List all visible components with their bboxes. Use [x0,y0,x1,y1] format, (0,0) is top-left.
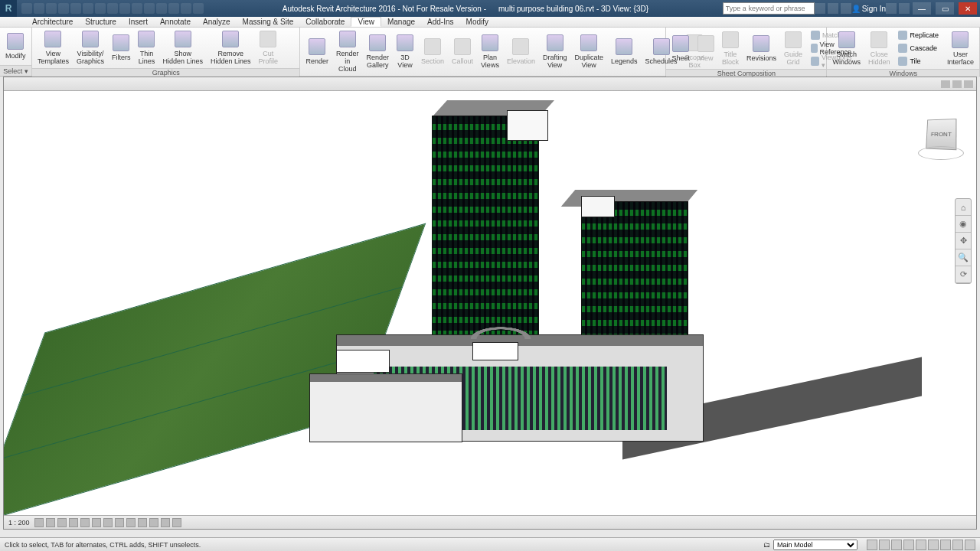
render-in-cloudbutton[interactable]: Renderin Cloud [334,29,361,74]
cascade-button[interactable]: Cascade [895,42,942,54]
tag-icon[interactable] [107,3,118,14]
maximize-button[interactable]: ▭ [936,2,954,15]
tab-add-ins[interactable]: Add-Ins [421,18,459,26]
detail-level-icon[interactable] [34,518,44,527]
lock-3d-icon[interactable] [115,518,124,527]
full-nav-wheel-icon[interactable]: ◉ [956,216,971,233]
render-button[interactable]: Render [303,37,331,67]
tab-modify[interactable]: Modify [460,18,495,26]
remove-hidden-linesbutton[interactable]: RemoveHidden Lines [208,29,253,67]
revisions-button[interactable]: Revisions [744,34,779,64]
analytical-icon[interactable] [161,518,170,527]
infocenter-icons [815,3,851,14]
sync-icon[interactable] [181,3,191,14]
default-3d-icon[interactable] [132,3,142,14]
duplicate-viewbutton[interactable]: DuplicateView [572,33,606,70]
view-close-icon[interactable] [964,80,973,88]
panel-label-select[interactable]: Select ▾ [0,65,31,76]
exclude-options-icon[interactable] [891,540,902,550]
customize-qat-icon[interactable] [193,3,204,14]
select-links-icon[interactable] [903,540,914,550]
constraints-icon[interactable] [172,518,181,527]
filters-button[interactable]: Filters [109,33,133,63]
tab-architecture[interactable]: Architecture [26,18,79,26]
reveal-hidden-icon[interactable] [138,518,147,527]
favorite-icon[interactable] [841,3,851,14]
section-icon[interactable] [144,3,155,14]
orbit-icon[interactable]: ⟳ [956,266,971,283]
thin-lines-icon[interactable] [156,3,167,14]
workset-dropdown[interactable]: Main Model [773,540,858,550]
tab-annotate[interactable]: Annotate [154,18,197,26]
zoom-icon[interactable]: 🔍 [956,249,971,266]
crop-view-icon[interactable] [92,518,101,527]
sheet-button[interactable]: Sheet [669,34,692,64]
replicate-button[interactable]: Replicate [895,29,942,41]
app-menu-icon[interactable]: R [0,0,17,17]
search-go-icon[interactable] [815,3,825,14]
signin-button[interactable]: 👤 Sign In [851,5,886,13]
select-underlay-icon[interactable] [916,540,926,550]
help-icon[interactable] [899,3,910,14]
tab-structure[interactable]: Structure [79,18,122,26]
save-icon[interactable] [34,3,44,14]
editable-only-icon[interactable] [867,540,877,550]
select-pinned-icon[interactable] [928,540,939,550]
temporary-hide-icon[interactable] [126,518,136,527]
drag-elements-icon[interactable] [952,540,963,550]
undo-icon[interactable] [46,3,57,14]
open-icon[interactable] [21,3,32,14]
filter-icon[interactable] [965,540,975,550]
minimize-button[interactable]: — [913,2,931,15]
plan-viewsbutton[interactable]: PlanViews [479,33,501,70]
worksharing-icon[interactable] [149,518,158,527]
print-icon[interactable] [70,3,81,14]
tab-massing-site[interactable]: Massing & Site [237,18,300,26]
tab-manage[interactable]: Manage [381,18,421,26]
render-gallerybutton[interactable]: RenderGallery [364,33,391,70]
rendering-dialog-icon[interactable] [80,518,90,527]
workset-icon: 🗂 [763,541,770,549]
sub-icon[interactable] [828,3,838,14]
dimension-icon[interactable] [95,3,106,14]
tab-analyze[interactable]: Analyze [197,18,237,26]
measure-icon[interactable] [83,3,93,14]
tab-insert[interactable]: Insert [122,18,154,26]
user-interfacebutton[interactable]: UserInterface [945,30,976,67]
redo-icon[interactable] [58,3,69,14]
-d-viewbutton[interactable]: 3DView [394,33,416,70]
text-icon[interactable] [119,3,130,14]
shadows-icon[interactable] [69,518,78,527]
visibility-graphicsbutton[interactable]: Visibility/Graphics [74,29,106,67]
legends-button[interactable]: Legends [609,37,640,67]
tab-collaborate[interactable]: Collaborate [299,18,351,26]
sun-path-icon[interactable] [57,518,67,527]
exchange-icon[interactable] [886,3,897,14]
show-hidden-linesbutton[interactable]: ShowHidden Lines [160,29,205,67]
thin-linesbutton[interactable]: ThinLines [136,29,157,67]
guide-gridbutton: GuideGrid [782,30,805,67]
home-icon[interactable]: ⌂ [956,199,971,216]
modify-button[interactable]: Modify [3,31,28,61]
visual-style-icon[interactable] [46,518,55,527]
view-min-icon[interactable] [941,80,950,88]
view-max-icon[interactable] [952,80,962,88]
pan-icon[interactable]: ✥ [956,233,971,249]
switch-windowsbutton[interactable]: SwitchWindows [830,30,863,67]
3d-viewport[interactable]: FRONT ⌂ ◉ ✥ 🔍 ⟳ [4,91,976,515]
close-button[interactable]: ✕ [959,2,977,15]
tab-view[interactable]: View [351,17,381,27]
infocenter-search[interactable] [723,2,815,15]
close-hidden-icon[interactable] [168,3,179,14]
drafting-viewbutton[interactable]: DraftingView [541,33,570,70]
view-scale[interactable]: 1 : 200 [8,519,30,527]
panel-select: Modify Select ▾ [0,28,32,76]
workset-selector[interactable]: 🗂 Main Model [763,540,858,550]
show-crop-icon[interactable] [103,518,113,527]
view-templatesbutton[interactable]: ViewTemplates [35,29,71,67]
design-options-icon[interactable] [879,540,890,550]
viewcube[interactable]: FRONT [920,112,962,155]
panel-label-graphics[interactable]: Graphics [32,68,299,77]
select-face-icon[interactable] [940,540,951,550]
tile-button[interactable]: Tile [895,55,942,67]
